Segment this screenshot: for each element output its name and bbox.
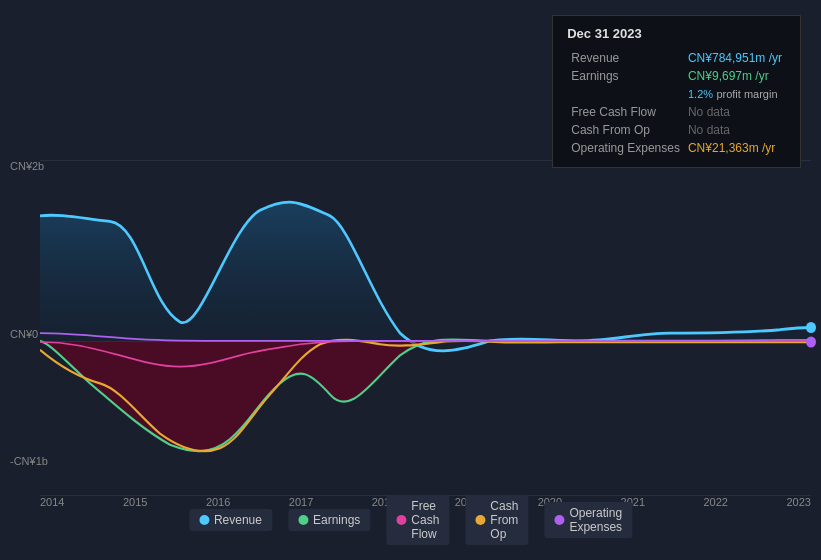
revenue-label: Revenue bbox=[567, 49, 684, 67]
legend-dot-fcf bbox=[396, 515, 406, 525]
opex-label: Operating Expenses bbox=[567, 139, 684, 157]
chart-area bbox=[40, 160, 811, 495]
legend-label-cashfromop: Cash From Op bbox=[490, 499, 518, 541]
fcf-value: No data bbox=[684, 103, 786, 121]
legend-dot-opex bbox=[554, 515, 564, 525]
cashfromop-value: No data bbox=[684, 121, 786, 139]
legend-fcf[interactable]: Free Cash Flow bbox=[386, 495, 449, 545]
x-label-2022: 2022 bbox=[704, 496, 728, 508]
opex-value: CN¥21,363m /yr bbox=[684, 139, 786, 157]
legend-label-fcf: Free Cash Flow bbox=[411, 499, 439, 541]
fcf-label: Free Cash Flow bbox=[567, 103, 684, 121]
profit-margin-value: 1.2% profit margin bbox=[684, 85, 786, 103]
opex-row: Operating Expenses CN¥21,363m /yr bbox=[567, 139, 786, 157]
x-label-2015: 2015 bbox=[123, 496, 147, 508]
chart-container: Dec 31 2023 Revenue CN¥784,951m /yr Earn… bbox=[0, 0, 821, 560]
revenue-row: Revenue CN¥784,951m /yr bbox=[567, 49, 786, 67]
legend-earnings[interactable]: Earnings bbox=[288, 509, 370, 531]
legend-revenue[interactable]: Revenue bbox=[189, 509, 272, 531]
legend-label-earnings: Earnings bbox=[313, 513, 360, 527]
date-header: Dec 31 2023 bbox=[567, 26, 786, 41]
svg-point-2 bbox=[806, 336, 816, 347]
legend-dot-earnings bbox=[298, 515, 308, 525]
y-label-zero: CN¥0 bbox=[10, 328, 38, 340]
legend-opex[interactable]: Operating Expenses bbox=[544, 502, 632, 538]
cashfromop-label: Cash From Op bbox=[567, 121, 684, 139]
earnings-label: Earnings bbox=[567, 67, 684, 85]
info-box: Dec 31 2023 Revenue CN¥784,951m /yr Earn… bbox=[552, 15, 801, 168]
legend-label-opex: Operating Expenses bbox=[569, 506, 622, 534]
legend-label-revenue: Revenue bbox=[214, 513, 262, 527]
svg-point-1 bbox=[806, 322, 816, 333]
revenue-value: CN¥784,951m /yr bbox=[684, 49, 786, 67]
legend-cashfromop[interactable]: Cash From Op bbox=[465, 495, 528, 545]
profit-margin-empty bbox=[567, 85, 684, 103]
cashfromop-row: Cash From Op No data bbox=[567, 121, 786, 139]
legend-dot-cashfromop bbox=[475, 515, 485, 525]
x-label-2014: 2014 bbox=[40, 496, 64, 508]
x-label-2023: 2023 bbox=[786, 496, 810, 508]
fcf-row: Free Cash Flow No data bbox=[567, 103, 786, 121]
earnings-row: Earnings CN¥9,697m /yr bbox=[567, 67, 786, 85]
legend: Revenue Earnings Free Cash Flow Cash Fro… bbox=[189, 495, 632, 545]
profit-margin-row: 1.2% profit margin bbox=[567, 85, 786, 103]
legend-dot-revenue bbox=[199, 515, 209, 525]
chart-svg bbox=[40, 160, 811, 495]
earnings-value: CN¥9,697m /yr bbox=[684, 67, 786, 85]
